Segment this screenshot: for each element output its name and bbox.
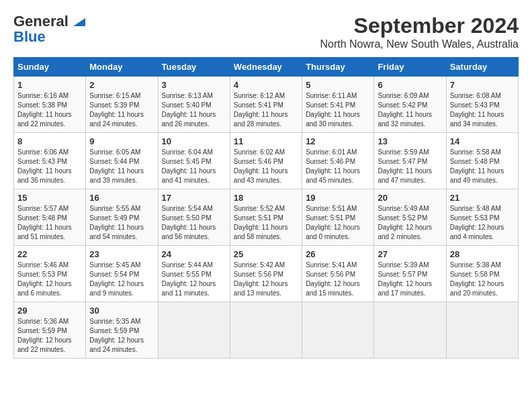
day-info: Sunrise: 5:55 AM Sunset: 5:49 PM Dayligh… bbox=[89, 204, 154, 242]
day-info: Sunrise: 6:09 AM Sunset: 5:42 PM Dayligh… bbox=[378, 91, 442, 129]
day-info: Sunrise: 6:06 AM Sunset: 5:43 PM Dayligh… bbox=[17, 148, 82, 185]
title-block: September 2024 North Nowra, New South Wa… bbox=[320, 13, 519, 50]
day-info: Sunrise: 6:01 AM Sunset: 5:46 PM Dayligh… bbox=[306, 148, 370, 185]
calendar-cell: 23Sunrise: 5:45 AM Sunset: 5:54 PM Dayli… bbox=[86, 246, 158, 302]
calendar-cell: 11Sunrise: 6:02 AM Sunset: 5:46 PM Dayli… bbox=[230, 133, 302, 189]
col-thursday: Thursday bbox=[302, 58, 374, 77]
day-info: Sunrise: 5:38 AM Sunset: 5:58 PM Dayligh… bbox=[450, 261, 515, 298]
day-number: 6 bbox=[378, 80, 442, 90]
day-number: 24 bbox=[162, 249, 226, 259]
calendar-cell bbox=[302, 302, 374, 359]
day-number: 5 bbox=[306, 80, 370, 90]
day-number: 8 bbox=[17, 136, 82, 146]
calendar-cell: 29Sunrise: 5:36 AM Sunset: 5:59 PM Dayli… bbox=[14, 302, 86, 359]
page-subtitle: North Nowra, New South Wales, Australia bbox=[320, 38, 519, 50]
day-info: Sunrise: 5:52 AM Sunset: 5:51 PM Dayligh… bbox=[234, 204, 298, 242]
calendar-week-3: 15Sunrise: 5:57 AM Sunset: 5:48 PM Dayli… bbox=[14, 189, 519, 246]
day-info: Sunrise: 6:04 AM Sunset: 5:45 PM Dayligh… bbox=[162, 148, 226, 185]
calendar-cell: 3Sunrise: 6:13 AM Sunset: 5:40 PM Daylig… bbox=[158, 77, 230, 133]
day-info: Sunrise: 5:58 AM Sunset: 5:48 PM Dayligh… bbox=[450, 148, 515, 185]
day-number: 1 bbox=[17, 80, 82, 90]
calendar-cell: 14Sunrise: 5:58 AM Sunset: 5:48 PM Dayli… bbox=[446, 133, 518, 189]
col-monday: Monday bbox=[86, 58, 158, 77]
calendar-cell: 13Sunrise: 5:59 AM Sunset: 5:47 PM Dayli… bbox=[374, 133, 446, 189]
col-saturday: Saturday bbox=[446, 58, 518, 77]
calendar-week-2: 8Sunrise: 6:06 AM Sunset: 5:43 PM Daylig… bbox=[14, 133, 519, 189]
day-number: 16 bbox=[89, 193, 154, 203]
page-header: General Blue September 2024 North Nowra,… bbox=[13, 13, 519, 50]
day-info: Sunrise: 6:02 AM Sunset: 5:46 PM Dayligh… bbox=[234, 148, 298, 185]
day-number: 27 bbox=[378, 249, 442, 259]
calendar-week-4: 22Sunrise: 5:46 AM Sunset: 5:53 PM Dayli… bbox=[14, 246, 519, 302]
day-info: Sunrise: 5:46 AM Sunset: 5:53 PM Dayligh… bbox=[17, 261, 82, 298]
day-info: Sunrise: 5:57 AM Sunset: 5:48 PM Dayligh… bbox=[17, 204, 82, 242]
day-info: Sunrise: 5:35 AM Sunset: 5:59 PM Dayligh… bbox=[89, 317, 154, 355]
logo-blue: Blue bbox=[13, 28, 46, 46]
calendar-cell: 27Sunrise: 5:39 AM Sunset: 5:57 PM Dayli… bbox=[374, 246, 446, 302]
day-info: Sunrise: 6:16 AM Sunset: 5:38 PM Dayligh… bbox=[17, 91, 82, 129]
calendar-cell: 12Sunrise: 6:01 AM Sunset: 5:46 PM Dayli… bbox=[302, 133, 374, 189]
calendar-table: Sunday Monday Tuesday Wednesday Thursday… bbox=[13, 57, 519, 359]
calendar-cell: 24Sunrise: 5:44 AM Sunset: 5:55 PM Dayli… bbox=[158, 246, 230, 302]
header-row: Sunday Monday Tuesday Wednesday Thursday… bbox=[14, 58, 519, 77]
day-info: Sunrise: 5:41 AM Sunset: 5:56 PM Dayligh… bbox=[306, 261, 370, 298]
day-info: Sunrise: 6:15 AM Sunset: 5:39 PM Dayligh… bbox=[89, 91, 154, 129]
calendar-cell: 2Sunrise: 6:15 AM Sunset: 5:39 PM Daylig… bbox=[86, 77, 158, 133]
day-number: 18 bbox=[234, 193, 298, 203]
day-number: 29 bbox=[17, 306, 82, 316]
calendar-cell bbox=[374, 302, 446, 359]
day-number: 21 bbox=[450, 193, 515, 203]
logo: General Blue bbox=[13, 13, 85, 46]
calendar-cell: 10Sunrise: 6:04 AM Sunset: 5:45 PM Dayli… bbox=[158, 133, 230, 189]
day-number: 28 bbox=[450, 249, 515, 259]
day-number: 14 bbox=[450, 136, 515, 146]
day-number: 2 bbox=[89, 80, 154, 90]
calendar-cell: 5Sunrise: 6:11 AM Sunset: 5:41 PM Daylig… bbox=[302, 77, 374, 133]
day-info: Sunrise: 5:59 AM Sunset: 5:47 PM Dayligh… bbox=[378, 148, 442, 185]
logo-icon bbox=[73, 18, 85, 26]
calendar-week-5: 29Sunrise: 5:36 AM Sunset: 5:59 PM Dayli… bbox=[14, 302, 519, 359]
calendar-cell: 20Sunrise: 5:49 AM Sunset: 5:52 PM Dayli… bbox=[374, 189, 446, 246]
day-number: 25 bbox=[234, 249, 298, 259]
day-info: Sunrise: 6:08 AM Sunset: 5:43 PM Dayligh… bbox=[450, 91, 515, 129]
day-info: Sunrise: 6:11 AM Sunset: 5:41 PM Dayligh… bbox=[306, 91, 370, 129]
page-title: September 2024 bbox=[320, 13, 519, 38]
day-info: Sunrise: 5:39 AM Sunset: 5:57 PM Dayligh… bbox=[378, 261, 442, 298]
day-number: 20 bbox=[378, 193, 442, 203]
calendar-cell: 30Sunrise: 5:35 AM Sunset: 5:59 PM Dayli… bbox=[86, 302, 158, 359]
calendar-cell bbox=[446, 302, 518, 359]
col-tuesday: Tuesday bbox=[158, 58, 230, 77]
col-friday: Friday bbox=[374, 58, 446, 77]
day-info: Sunrise: 6:13 AM Sunset: 5:40 PM Dayligh… bbox=[162, 91, 226, 129]
logo-text: General bbox=[13, 13, 85, 30]
day-number: 7 bbox=[450, 80, 515, 90]
day-number: 26 bbox=[306, 249, 370, 259]
day-info: Sunrise: 6:12 AM Sunset: 5:41 PM Dayligh… bbox=[234, 91, 298, 129]
day-info: Sunrise: 5:51 AM Sunset: 5:51 PM Dayligh… bbox=[306, 204, 370, 242]
calendar-cell: 21Sunrise: 5:48 AM Sunset: 5:53 PM Dayli… bbox=[446, 189, 518, 246]
day-info: Sunrise: 5:36 AM Sunset: 5:59 PM Dayligh… bbox=[17, 317, 82, 355]
day-info: Sunrise: 5:45 AM Sunset: 5:54 PM Dayligh… bbox=[89, 261, 154, 298]
day-info: Sunrise: 5:54 AM Sunset: 5:50 PM Dayligh… bbox=[162, 204, 226, 242]
calendar-cell: 7Sunrise: 6:08 AM Sunset: 5:43 PM Daylig… bbox=[446, 77, 518, 133]
calendar-cell bbox=[230, 302, 302, 359]
calendar-cell: 9Sunrise: 6:05 AM Sunset: 5:44 PM Daylig… bbox=[86, 133, 158, 189]
day-number: 4 bbox=[234, 80, 298, 90]
col-wednesday: Wednesday bbox=[230, 58, 302, 77]
calendar-cell: 1Sunrise: 6:16 AM Sunset: 5:38 PM Daylig… bbox=[14, 77, 86, 133]
day-number: 15 bbox=[17, 193, 82, 203]
day-number: 17 bbox=[162, 193, 226, 203]
calendar-cell: 26Sunrise: 5:41 AM Sunset: 5:56 PM Dayli… bbox=[302, 246, 374, 302]
day-number: 9 bbox=[89, 136, 154, 146]
calendar-cell: 6Sunrise: 6:09 AM Sunset: 5:42 PM Daylig… bbox=[374, 77, 446, 133]
calendar-cell bbox=[158, 302, 230, 359]
day-number: 30 bbox=[89, 306, 154, 316]
calendar-cell: 8Sunrise: 6:06 AM Sunset: 5:43 PM Daylig… bbox=[14, 133, 86, 189]
day-number: 19 bbox=[306, 193, 370, 203]
svg-marker-0 bbox=[73, 18, 85, 26]
calendar-cell: 22Sunrise: 5:46 AM Sunset: 5:53 PM Dayli… bbox=[14, 246, 86, 302]
calendar-cell: 4Sunrise: 6:12 AM Sunset: 5:41 PM Daylig… bbox=[230, 77, 302, 133]
calendar-cell: 28Sunrise: 5:38 AM Sunset: 5:58 PM Dayli… bbox=[446, 246, 518, 302]
day-info: Sunrise: 5:49 AM Sunset: 5:52 PM Dayligh… bbox=[378, 204, 442, 242]
calendar-cell: 25Sunrise: 5:42 AM Sunset: 5:56 PM Dayli… bbox=[230, 246, 302, 302]
